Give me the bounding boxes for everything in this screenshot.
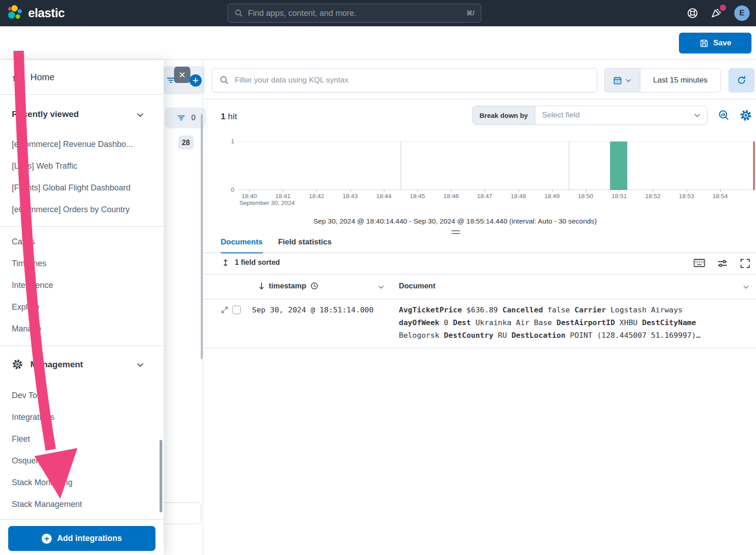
newsfeed-icon[interactable]: [710, 7, 722, 19]
keyboard-icon[interactable]: [693, 258, 705, 269]
refresh-button[interactable]: [728, 68, 755, 92]
results-tab[interactable]: Field statistics: [278, 238, 332, 253]
kql-input[interactable]: [235, 76, 590, 85]
management-item[interactable]: Stack Management: [12, 493, 155, 515]
management-heading[interactable]: Management: [12, 359, 83, 370]
elastic-brand[interactable]: elastic: [6, 5, 65, 22]
sidebar-nav-item[interactable]: Timelines: [12, 253, 155, 274]
expand-document-icon[interactable]: [221, 306, 228, 314]
sort-desc-icon: [258, 282, 265, 290]
elastic-logo-icon: [6, 5, 24, 22]
navigation-sidebar: Home Recently viewed [eCommerce] Revenue…: [0, 60, 164, 555]
recently-viewed-item[interactable]: [Logs] Web Traffic: [12, 155, 155, 177]
document-field: Cancelled false: [503, 306, 575, 314]
management-item[interactable]: Integrations: [12, 406, 155, 428]
timestamp-column-header[interactable]: timestamp: [258, 282, 319, 290]
histogram-x-axis: 18:4018:4118:4218:4318:4418:4518:4618:47…: [238, 193, 755, 200]
sidebar-scrollbar[interactable]: [160, 440, 162, 512]
column-menu-chevron-icon[interactable]: [378, 283, 385, 291]
management-item[interactable]: Dev Tools: [12, 385, 155, 406]
time-range-picker[interactable]: Last 15 minutes: [604, 68, 721, 92]
current-time-marker: [753, 141, 755, 190]
document-column-header[interactable]: Document: [399, 282, 436, 290]
y-tick-label: 1: [223, 138, 234, 145]
x-tick-label: 18:51: [606, 193, 632, 200]
field-panel-bottom-input[interactable]: [160, 502, 201, 524]
document-field: Dest Ukrainka Air Base: [453, 318, 557, 327]
sidebar-nav-item[interactable]: Manage: [12, 318, 155, 340]
sidebar-nav-item[interactable]: Cases: [12, 231, 155, 253]
calendar-section[interactable]: [605, 68, 640, 92]
hits-count: 1 hit: [221, 112, 237, 122]
document-field: DestLocation POINT (128.445007 51.169997…: [511, 331, 700, 340]
x-tick-mark: [249, 190, 250, 192]
management-item[interactable]: Fleet: [12, 428, 155, 450]
global-search-input[interactable]: [248, 9, 462, 18]
x-tick-mark: [283, 190, 283, 192]
grid-toolbar: 1 field sorted: [203, 253, 756, 274]
recently-viewed-item[interactable]: [eCommerce] Revenue Dashbo...: [12, 133, 155, 155]
chevron-down-icon[interactable]: [136, 111, 145, 119]
gridline-vertical: [569, 141, 569, 190]
kql-search-bar[interactable]: [212, 68, 597, 92]
discover-page: 0 28 Last 15 minutes 1 hit Break down by…: [0, 0, 756, 555]
sidebar-item-home[interactable]: Home: [0, 60, 164, 95]
add-filter-button[interactable]: [189, 74, 202, 87]
time-interval-note: Sep 30, 2024 @ 18:40:14.440 - Sep 30, 20…: [203, 217, 708, 225]
table-row[interactable]: Sep 30, 2024 @ 18:51:14.000 AvgTicketPri…: [203, 299, 756, 348]
breakdown-select[interactable]: Select field: [535, 111, 693, 120]
x-tick-mark: [519, 190, 519, 192]
time-range-value[interactable]: Last 15 minutes: [640, 68, 720, 92]
add-integrations-button[interactable]: + Add integrations: [8, 526, 155, 551]
chevron-down-icon[interactable]: [136, 360, 145, 369]
column-menu-chevron-icon[interactable]: [742, 283, 750, 291]
user-avatar[interactable]: E: [734, 5, 750, 21]
sidebar-nav-item[interactable]: Intelligence: [12, 274, 155, 296]
management-list: Dev ToolsIntegrationsFleetOsqueryStack M…: [12, 385, 155, 515]
select-row-checkbox[interactable]: [232, 306, 241, 314]
global-search-bar[interactable]: ⌘/: [228, 4, 481, 23]
brand-wordmark: elastic: [28, 6, 65, 20]
x-tick-mark: [586, 190, 586, 192]
explore-in-lens-icon[interactable]: [717, 109, 730, 122]
x-tick-mark: [316, 190, 317, 192]
histogram-plot[interactable]: 01: [238, 141, 755, 190]
available-fields-count-badge: 28: [178, 136, 194, 150]
gridline-vertical: [401, 141, 401, 190]
x-tick-mark: [384, 190, 384, 192]
global-header: elastic ⌘/ E: [0, 0, 756, 26]
querybar-separator: [203, 99, 756, 99]
display-options-icon[interactable]: [717, 258, 728, 269]
x-tick-label: 18:44: [371, 193, 397, 200]
x-tick-mark: [350, 190, 351, 192]
fullscreen-icon[interactable]: [740, 258, 751, 269]
histogram-bar[interactable]: [610, 141, 627, 190]
timestamp-cell: Sep 30, 2024 @ 18:51:14.000: [252, 304, 373, 316]
x-tick-label: 18:50: [573, 193, 598, 200]
field-filter-count: 0: [191, 113, 195, 122]
sorted-fields-button[interactable]: 1 field sorted: [222, 258, 280, 267]
x-tick-mark: [417, 190, 418, 192]
chart-options-gear-icon[interactable]: [740, 109, 752, 122]
recently-viewed-item[interactable]: [Flights] Global Flight Dashboard: [12, 177, 155, 199]
x-tick-label: 18:43: [338, 193, 363, 200]
sidebar-nav-item[interactable]: Explore: [12, 296, 155, 318]
resize-handle[interactable]: [451, 230, 460, 236]
management-item[interactable]: Osquery: [12, 450, 155, 472]
field-filter-count-chip[interactable]: 0: [165, 107, 206, 128]
help-icon[interactable]: [687, 7, 698, 19]
breakdown-control[interactable]: Break down by Select field: [472, 106, 708, 125]
search-shortcut-hint: ⌘/: [466, 9, 475, 17]
x-tick-label: 18:40: [237, 193, 262, 200]
recently-viewed-item[interactable]: [eCommerce] Orders by Country: [12, 199, 155, 220]
sort-icon: [222, 259, 229, 267]
x-tick-mark: [451, 190, 451, 192]
management-item[interactable]: Stack Monitoring: [12, 472, 155, 493]
document-field: Carrier Logstash Airways: [574, 306, 682, 314]
close-tooltip-button[interactable]: [174, 67, 190, 83]
results-tab[interactable]: Documents: [221, 238, 263, 253]
recently-viewed-heading[interactable]: Recently viewed: [12, 109, 79, 119]
x-tick-mark: [687, 190, 687, 192]
solutions-nav-list: CasesTimelinesIntelligenceExploreManage: [12, 231, 155, 340]
save-button[interactable]: Save: [679, 33, 751, 54]
